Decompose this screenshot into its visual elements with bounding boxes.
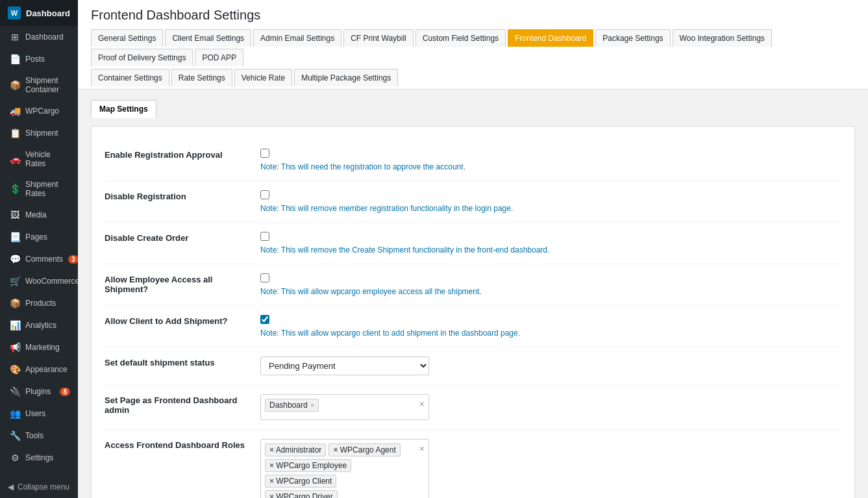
sidebar-item-shipment[interactable]: 📋 Shipment	[0, 122, 78, 144]
tab-woo-integration-settings[interactable]: Woo Integration Settings	[673, 29, 772, 47]
sidebar-logo[interactable]: W Dashboard	[0, 0, 78, 26]
page-header: Frontend Dashboard Settings General Sett…	[78, 0, 868, 90]
sidebar-logo-label: Dashboard	[26, 8, 70, 18]
sidebar-item-wpcargo[interactable]: 🚚 WPCargo	[0, 100, 78, 122]
sidebar-item-label: Tools	[25, 431, 43, 440]
sidebar-item-comments[interactable]: 💬 Comments 3	[0, 248, 78, 270]
setting-control-frontend-dashboard-page: Dashboard × ×	[260, 394, 841, 420]
sidebar-item-plugins[interactable]: 🔌 Plugins 8	[0, 380, 78, 403]
setting-label-allow-employee-access: Allow Employee Access all Shipment?	[105, 273, 247, 294]
vehicle-rates-icon: 🚗	[10, 154, 20, 164]
setting-control-access-frontend-roles: × Administrator × WPCargo Agent × WPCarg…	[260, 439, 841, 498]
tab-map-settings[interactable]: Map Settings	[91, 100, 156, 118]
tab-custom-field-settings[interactable]: Custom Field Settings	[415, 29, 506, 47]
tab-general-settings[interactable]: General Settings	[91, 29, 163, 47]
tag-label: × WPCargo Driver	[269, 492, 333, 498]
setting-control-allow-employee-access: Note: This will allow wpcargo employee a…	[260, 273, 841, 296]
tab-proof-of-delivery-settings[interactable]: Proof of Delivery Settings	[91, 49, 193, 66]
sidebar-item-woocommerce[interactable]: 🛒 WooCommerce	[0, 270, 78, 292]
setting-disable-registration: Disable Registration Note: This will rem…	[105, 181, 841, 223]
tag-label-dashboard: Dashboard	[269, 401, 308, 410]
pages-icon: 📃	[10, 232, 20, 242]
tag-wpcargo-agent: × WPCargo Agent	[329, 443, 400, 456]
setting-control-default-shipment-status: Pending Payment Processing On Hold Compl…	[260, 356, 841, 375]
setting-control-allow-client-add-shipment: Note: This will allow wpcargo client to …	[260, 315, 841, 338]
sidebar-item-shipment-rates[interactable]: 💲 Shipment Rates	[0, 174, 78, 204]
tag-wpcargo-employee: × WPCargo Employee	[265, 459, 351, 472]
sidebar-item-label: Pages	[25, 232, 47, 242]
sidebar-item-products[interactable]: 📦 Products	[0, 292, 78, 314]
sidebar-item-settings[interactable]: ⚙ Settings	[0, 447, 78, 469]
checkbox-disable-create-order[interactable]	[260, 232, 269, 241]
sidebar-item-label: Users	[25, 409, 45, 418]
sidebar-item-pages[interactable]: 📃 Pages	[0, 226, 78, 248]
tags-container-dashboard-page[interactable]: Dashboard × ×	[260, 394, 429, 420]
setting-label-default-shipment-status: Set default shipment status	[105, 356, 247, 367]
sidebar-item-media[interactable]: 🖼 Media	[0, 204, 78, 226]
setting-note-enable-registration-approval: Note: This will need the registration to…	[260, 162, 841, 171]
setting-default-shipment-status: Set default shipment status Pending Paym…	[105, 347, 841, 385]
tab-cf-print-waybill[interactable]: CF Print Waybill	[343, 29, 414, 47]
tags-container-access-frontend-roles[interactable]: × Administrator × WPCargo Agent × WPCarg…	[260, 439, 429, 498]
tab-multiple-package-settings[interactable]: Multiple Package Settings	[294, 69, 398, 86]
sidebar-item-label: Analytics	[25, 321, 56, 330]
tab-pod-app[interactable]: POD APP	[195, 49, 243, 66]
setting-enable-registration-approval: Enable Registration Approval Note: This …	[105, 140, 841, 181]
collapse-icon: ◀	[8, 482, 14, 492]
sidebar-item-dashboard[interactable]: ⊞ Dashboard	[0, 26, 78, 48]
tags-row-access-frontend-roles-3: × WPCargo Driver	[265, 490, 425, 498]
tab-frontend-dashboard[interactable]: Frontend Dashboard	[508, 29, 593, 47]
plugins-icon: 🔌	[10, 386, 20, 397]
sidebar-item-label: Appearance	[25, 365, 68, 374]
checkbox-enable-registration-approval[interactable]	[260, 149, 269, 158]
comments-badge: 3	[68, 255, 78, 264]
tab-container-settings[interactable]: Container Settings	[91, 69, 169, 86]
sidebar-item-label: Marketing	[25, 343, 60, 352]
comments-icon: 💬	[10, 254, 20, 264]
sidebar-item-appearance[interactable]: 🎨 Appearance	[0, 358, 78, 380]
checkbox-allow-employee-access[interactable]	[260, 273, 269, 282]
checkbox-disable-registration[interactable]	[260, 190, 269, 199]
posts-icon: 📄	[10, 54, 20, 64]
tags-row-dashboard-page: Dashboard ×	[265, 399, 425, 412]
sidebar-item-analytics[interactable]: 📊 Analytics	[0, 314, 78, 336]
setting-label-disable-create-order: Disable Create Order	[105, 232, 247, 243]
sidebar-item-vehicle-rates[interactable]: 🚗 Vehicle Rates	[0, 144, 78, 174]
tags-clear-access-frontend-roles[interactable]: ×	[419, 443, 425, 454]
tag-dashboard: Dashboard ×	[265, 399, 319, 412]
sidebar-item-label: WPCargo	[25, 106, 59, 116]
marketing-icon: 📢	[10, 342, 20, 353]
sidebar-item-tools[interactable]: 🔧 Tools	[0, 425, 78, 447]
setting-control-disable-registration: Note: This will remove member registrati…	[260, 190, 841, 213]
tags-row-access-frontend-roles-2: × WPCargo Employee × WPCargo Client	[265, 459, 425, 488]
sidebar-item-label: Media	[25, 210, 47, 219]
tags-clear-dashboard-page[interactable]: ×	[419, 399, 425, 409]
sidebar-item-label: Dashboard	[25, 32, 64, 42]
dashboard-icon: W	[8, 6, 21, 19]
setting-allow-employee-access: Allow Employee Access all Shipment? Note…	[105, 264, 841, 306]
sidebar-item-posts[interactable]: 📄 Posts	[0, 48, 78, 70]
tab-vehicle-rate[interactable]: Vehicle Rate	[234, 69, 292, 86]
sidebar-item-shipment-container[interactable]: 📦 Shipment Container	[0, 70, 78, 100]
tag-remove-dashboard[interactable]: ×	[310, 401, 314, 409]
tag-wpcargo-driver: × WPCargo Driver	[265, 490, 338, 498]
checkbox-allow-client-add-shipment[interactable]	[260, 315, 269, 324]
tab-rate-settings[interactable]: Rate Settings	[171, 69, 232, 86]
sidebar-item-label: Products	[25, 299, 56, 308]
sidebar-item-marketing[interactable]: 📢 Marketing	[0, 336, 78, 358]
tab-client-email-settings[interactable]: Client Email Settings	[165, 29, 251, 47]
tab-admin-email-settings[interactable]: Admin Email Settings	[253, 29, 341, 47]
select-default-shipment-status[interactable]: Pending Payment Processing On Hold Compl…	[260, 356, 429, 375]
tab-package-settings[interactable]: Package Settings	[595, 29, 670, 47]
tag-wpcargo-client: × WPCargo Client	[265, 475, 336, 488]
appearance-icon: 🎨	[10, 364, 20, 375]
collapse-label: Collapse menu	[18, 482, 69, 492]
sidebar-item-label: Vehicle Rates	[25, 150, 70, 168]
setting-control-enable-registration-approval: Note: This will need the registration to…	[260, 149, 841, 171]
sidebar-item-users[interactable]: 👥 Users	[0, 403, 78, 425]
sidebar-item-label: Comments	[25, 255, 63, 264]
collapse-menu-button[interactable]: ◀ Collapse menu	[0, 476, 78, 498]
tabs-row-1: General Settings Client Email Settings A…	[91, 29, 855, 66]
analytics-icon: 📊	[10, 320, 20, 330]
products-icon: 📦	[10, 298, 20, 308]
